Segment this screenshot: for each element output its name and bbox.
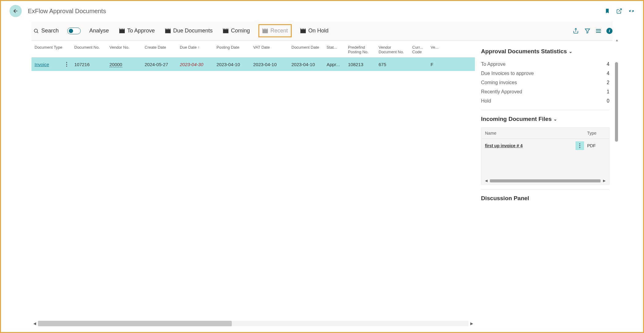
table-header-row: Document Type Document No. Vendor No. Cr… [31, 41, 475, 58]
cell-status: Appr... [324, 62, 345, 67]
chevron-down-icon: ⌄ [553, 117, 557, 122]
data-table: Document Type Document No. Vendor No. Cr… [31, 41, 475, 331]
arrow-left-icon [13, 8, 19, 14]
stat-value: 2 [607, 80, 609, 85]
scroll-right-icon[interactable]: ▶ [468, 321, 475, 326]
cell-posting-date: 2023-04-10 [213, 62, 250, 67]
stat-label: Recently Approved [481, 89, 522, 95]
bookmark-icon[interactable] [605, 8, 610, 14]
col-header-doc-type[interactable]: Document Type [31, 45, 71, 54]
svg-point-4 [579, 144, 580, 144]
divider [481, 189, 609, 189]
file-type: PDF [587, 143, 605, 148]
cell-v: F [427, 62, 437, 67]
col-header-create-date[interactable]: Create Date [142, 45, 177, 54]
popout-icon[interactable] [616, 8, 622, 14]
filter-icon[interactable] [584, 28, 590, 34]
stat-value: 1 [607, 89, 609, 95]
on-hold-button[interactable]: On Hold [298, 26, 330, 35]
scroll-thumb[interactable] [490, 179, 601, 182]
files-header: Name Type [481, 128, 609, 139]
stat-value: 4 [607, 71, 609, 76]
col-header-status[interactable]: Stat... [324, 45, 345, 54]
scroll-thumb[interactable] [38, 321, 232, 326]
cell-vendor-doc: 675 [376, 62, 409, 67]
doc-type-link[interactable]: Invoice [35, 62, 49, 67]
analyse-label: Analyse [87, 26, 111, 35]
col-header-vat-date[interactable]: VAT Date [250, 45, 288, 54]
due-documents-button[interactable]: Due Documents [163, 26, 214, 35]
stat-label: To Approve [481, 62, 505, 67]
col-header-doc-date[interactable]: Document Date [288, 45, 324, 54]
stat-label: Due Invoices to approve [481, 71, 534, 76]
list-icon[interactable] [596, 29, 601, 33]
scroll-left-icon[interactable]: ◀ [31, 321, 38, 326]
files-section-header[interactable]: Incoming Document Files ⌄ [481, 116, 609, 122]
to-approve-button[interactable]: To Approve [117, 26, 157, 35]
page-header: ExFlow Approval Documents [1, 1, 643, 21]
svg-point-1 [66, 62, 67, 63]
discussion-section-header[interactable]: Discussion Panel [481, 195, 609, 202]
stat-value: 0 [607, 98, 609, 104]
scroll-track[interactable] [38, 321, 468, 326]
col-header-doc-no[interactable]: Document No. [71, 45, 106, 54]
svg-point-0 [34, 29, 38, 32]
col-header-due-date[interactable]: Due Date ↑ [177, 45, 213, 54]
row-menu-icon[interactable] [62, 62, 71, 67]
toggle-knob [69, 29, 73, 33]
film-icon [165, 28, 171, 33]
files-col-name[interactable]: Name [485, 131, 587, 136]
file-row[interactable]: first up invoice # 4 PDF [481, 139, 609, 152]
col-header-v[interactable]: Ve... [427, 45, 437, 54]
stat-row: Coming invoices 2 [481, 78, 609, 87]
col-header-curr[interactable]: Curr... Code [409, 45, 427, 54]
chevron-down-icon: ⌄ [569, 49, 572, 54]
stats-section-header[interactable]: Approval Documents Statistics ⌄ [481, 48, 609, 55]
side-panel: Approval Documents Statistics ⌄ To Appro… [475, 41, 613, 331]
page-title: ExFlow Approval Documents [28, 8, 106, 15]
scroll-up-icon[interactable]: ▲ [615, 38, 619, 42]
analyse-toggle[interactable] [67, 28, 81, 34]
file-name-link[interactable]: first up invoice # 4 [485, 143, 576, 148]
film-icon [262, 28, 268, 33]
collapse-icon[interactable] [628, 8, 635, 14]
coming-button[interactable]: Coming [221, 26, 252, 35]
stat-row: Recently Approved 1 [481, 87, 609, 96]
back-button[interactable] [9, 5, 22, 17]
stat-label: Hold [481, 98, 491, 104]
cell-vat-date: 2023-04-10 [250, 62, 288, 67]
horizontal-scrollbar[interactable]: ◀ ▶ [31, 320, 475, 327]
stat-label: Coming invoices [481, 80, 517, 85]
col-header-posting-date[interactable]: Posting Date [213, 45, 250, 54]
svg-point-6 [579, 147, 580, 148]
col-header-vendor-no[interactable]: Vendor No. [106, 45, 142, 54]
col-header-predef[interactable]: Predefind Posting No. [345, 45, 376, 54]
stat-row: To Approve 4 [481, 60, 609, 69]
table-row[interactable]: Invoice 107216 20000 2024-05-27 2023-04-… [31, 58, 475, 71]
col-header-vendor-doc[interactable]: Vendor Document No. [376, 45, 409, 54]
search-icon [33, 28, 39, 34]
stat-value: 4 [607, 62, 609, 67]
files-h-scroll[interactable]: ◀ ▶ [481, 177, 609, 185]
svg-point-2 [66, 64, 67, 65]
film-icon [223, 28, 228, 33]
scroll-right-icon[interactable]: ▶ [602, 179, 607, 183]
recent-button: Recent [258, 24, 292, 37]
files-box: Name Type first up invoice # 4 PDF ◀ ▶ [481, 127, 609, 185]
cell-create-date: 2024-05-27 [142, 62, 177, 67]
file-row-menu-icon[interactable] [576, 141, 584, 150]
toolbar: Search Analyse To Approve Due Documents … [31, 21, 613, 41]
cell-due-date: 2023-04-30 [180, 62, 203, 67]
info-icon[interactable]: i [606, 28, 613, 34]
vendor-link[interactable]: 20000 [109, 62, 122, 67]
vertical-scrollbar[interactable] [615, 62, 618, 142]
stat-row: Due Invoices to approve 4 [481, 69, 609, 78]
search-button[interactable]: Search [31, 26, 61, 35]
film-icon [300, 28, 306, 33]
cell-predef: 108213 [345, 62, 376, 67]
files-col-type[interactable]: Type [587, 131, 605, 136]
share-icon[interactable] [573, 28, 579, 34]
stat-row: Hold 0 [481, 96, 609, 106]
divider [481, 110, 609, 110]
scroll-left-icon[interactable]: ◀ [484, 179, 489, 183]
